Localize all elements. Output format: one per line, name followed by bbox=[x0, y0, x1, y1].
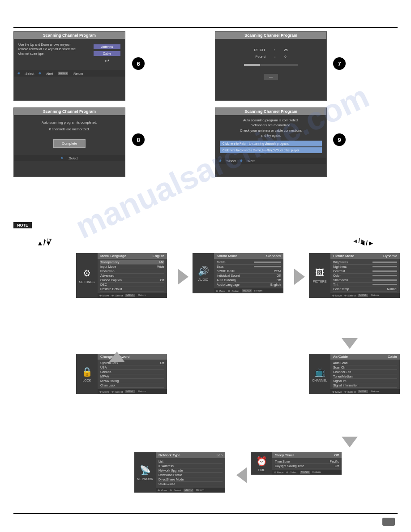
rf-ch-value: 25 bbox=[284, 48, 288, 52]
network-row-list[interactable]: List bbox=[158, 459, 223, 464]
channel-icon: 📺 bbox=[314, 366, 325, 377]
audio-body: Treble Bass SPDIF ModePCM Individual Sou… bbox=[214, 259, 283, 288]
channel-row-siginfo[interactable]: Signal Information bbox=[333, 383, 397, 388]
arrow-settings-to-audio bbox=[178, 269, 188, 285]
network-content: Network Type Lan List IP Address Network… bbox=[156, 452, 225, 493]
picture-row-tint[interactable]: Tint bbox=[333, 283, 397, 287]
time-row-timezone[interactable]: Time ZonePacific bbox=[275, 459, 339, 464]
network-row-dlprofile[interactable]: Download Profile bbox=[158, 473, 223, 477]
time-menu-box: ⏰ TIME Sleep Timer Off Time ZonePacific … bbox=[251, 452, 342, 475]
channel-row-autoscan[interactable]: Auto Scan bbox=[333, 361, 397, 365]
antenna-button[interactable]: Antenna bbox=[94, 44, 120, 49]
lock-row-usa[interactable]: USA bbox=[100, 365, 164, 370]
channel-label: CHANNEL bbox=[312, 379, 327, 382]
time-icon-area: ⏰ TIME bbox=[251, 452, 272, 475]
time-header: Sleep Timer Off bbox=[272, 452, 342, 458]
lock-row-canada[interactable]: Canada bbox=[100, 370, 164, 374]
lock-icon: 🔒 bbox=[81, 366, 93, 377]
arrow-lock-up bbox=[109, 352, 125, 362]
settings-row-dec[interactable]: DEC bbox=[100, 283, 164, 287]
picture-footer: ⊕ Move⊗ :SelectMENUReturn bbox=[330, 293, 400, 298]
network-icon: 📡 bbox=[140, 465, 151, 476]
picture-row-brightness[interactable]: Brightness bbox=[333, 260, 397, 265]
lock-row-chanlock[interactable]: Chan Lock bbox=[100, 383, 164, 388]
found-value: 0 bbox=[284, 55, 286, 59]
audio-header: Sound Mode Standard bbox=[214, 253, 283, 259]
settings-row-closedcaption[interactable]: Closed CaptionOff bbox=[100, 278, 164, 283]
network-menu-box: 📡 NETWORK Network Type Lan List IP Addre… bbox=[134, 452, 225, 493]
connect-device-link[interactable]: Click here to connect a Game,Blu-Ray,DVD… bbox=[220, 147, 322, 153]
scan-screen-4-body: Auto scanning program is completed. 0 ch… bbox=[215, 115, 326, 158]
channel-row-signalinf[interactable]: Signal Inf. bbox=[333, 379, 397, 383]
settings-icon-area: ⚙ SETTINGS bbox=[76, 253, 98, 298]
lock-footer: ⊕ Move⊗ :SelectMENUReturn bbox=[98, 389, 167, 394]
lock-row-mpaa[interactable]: MPAA bbox=[100, 374, 164, 379]
channel-body: Auto Scan Scan Ch Channel Edit Tuner/Med… bbox=[330, 360, 400, 389]
s4-line4: and try again. bbox=[220, 133, 322, 138]
time-content: Sleep Timer Off Time ZonePacific Dayligh… bbox=[272, 452, 342, 475]
network-row-directshare[interactable]: DirectShare Mode bbox=[158, 477, 223, 482]
channel-row-chanedit[interactable]: Channel Edit bbox=[333, 370, 397, 374]
arrow-audio-to-picture bbox=[294, 269, 305, 285]
settings-footer: ⊕ Move⊗ :SelectMENUReturn bbox=[98, 293, 167, 298]
scan-screen-4-footer: ⊗ :Select ⊕ :Next bbox=[215, 158, 326, 164]
scan-stop-button[interactable]: — bbox=[264, 74, 278, 80]
picture-header: Picture Mode Dynamic bbox=[330, 253, 400, 259]
complete-button[interactable]: Complete bbox=[53, 139, 86, 148]
audio-row-spdif[interactable]: SPDIF ModePCM bbox=[217, 269, 281, 274]
settings-row-advanced[interactable]: Advanced bbox=[100, 274, 164, 278]
step-7-circle: 7 bbox=[333, 57, 346, 70]
lock-row-mpaarating[interactable]: MPAA Rating bbox=[100, 379, 164, 383]
lock-icon-area: 🔒 LOCK bbox=[76, 354, 98, 394]
picture-body: Brightness Nightheat Contrast Color Shar… bbox=[330, 259, 400, 293]
top-rule bbox=[13, 27, 398, 28]
settings-body: TransparencyMid Input ModeWide Reduction… bbox=[98, 259, 167, 293]
scan-progress-fill bbox=[244, 64, 260, 66]
settings-menu-box: ⚙ SETTINGS Menu Language English Transpa… bbox=[76, 253, 167, 298]
settings-row-transparency[interactable]: TransparencyMid bbox=[100, 260, 164, 265]
channel-row-tunermedium[interactable]: Tuner/Medium bbox=[333, 374, 397, 379]
step-8-circle: 8 bbox=[132, 133, 145, 146]
time-label: TIME bbox=[258, 468, 265, 472]
channel-header: Air/Cable Cable bbox=[330, 354, 400, 360]
scan-screen-4-title: Scanning Channel Program bbox=[215, 108, 326, 115]
audio-row-autodubbing[interactable]: Auto DubbingOff bbox=[217, 278, 281, 283]
time-footer: ⊕ Move⊗ :SelectMENUReturn bbox=[272, 470, 342, 475]
audio-row-bass[interactable]: Bass bbox=[217, 265, 281, 269]
scan-screen-2-title: Scanning Channel Program bbox=[215, 32, 326, 39]
lock-header: Change Password bbox=[98, 354, 167, 360]
network-body: List IP Address Network Upgrade Download… bbox=[156, 458, 225, 488]
settings-row-restore[interactable]: Restore Default bbox=[100, 287, 164, 292]
channel-row-scanch[interactable]: Scan Ch bbox=[333, 365, 397, 370]
audio-row-treble[interactable]: Treble bbox=[217, 260, 281, 265]
picture-row-contrast[interactable]: Contrast bbox=[333, 269, 397, 274]
settings-content: Menu Language English TransparencyMid In… bbox=[98, 253, 167, 298]
picture-row-color[interactable]: Color bbox=[333, 274, 397, 278]
picture-icon: 🖼 bbox=[315, 268, 324, 278]
network-row-upgrade[interactable]: Network Upgrade bbox=[158, 468, 223, 473]
channel-menu-box: 📺 CHANNEL Air/Cable Cable Auto Scan Scan… bbox=[309, 354, 400, 394]
network-row-ipaddress[interactable]: IP Address bbox=[158, 464, 223, 468]
channel-icon-area: 📺 CHANNEL bbox=[309, 354, 330, 394]
picture-row-colortemp[interactable]: Color TempNormal bbox=[333, 287, 397, 292]
picture-row-nightheat[interactable]: Nightheat bbox=[333, 265, 397, 269]
settings-header: Menu Language English bbox=[98, 253, 167, 259]
scan-screen-3-body: Auto scanning program is completed. 0 ch… bbox=[14, 115, 125, 155]
time-row-dst[interactable]: Daylight Saving TimeOff bbox=[275, 464, 339, 468]
bottom-rule bbox=[13, 513, 398, 514]
audio-row-individual[interactable]: Individual SoundOff bbox=[217, 274, 281, 278]
scan-progress-bar bbox=[244, 64, 298, 66]
scan-screen-1-text: Use the Up and Down arrows on your remot… bbox=[18, 43, 81, 56]
cable-button[interactable]: Cable bbox=[94, 51, 120, 56]
settings-row-reduction[interactable]: Reduction bbox=[100, 269, 164, 274]
picture-row-sharpness[interactable]: Sharpness bbox=[333, 278, 397, 283]
s4-line1: Auto scanning program is completed. bbox=[220, 118, 322, 123]
audio-row-language[interactable]: Audio LanguageEnglish bbox=[217, 283, 281, 287]
settings-row-inputmode[interactable]: Input ModeWide bbox=[100, 265, 164, 269]
return-scan-link[interactable]: Click here to Return to scanning channel… bbox=[220, 141, 322, 146]
scan-screen-2: Scanning Channel Program RF CH : 25 Foun… bbox=[215, 31, 327, 101]
note-bar: NOTE bbox=[13, 222, 32, 228]
audio-menu-box: 🔊 AUDIO Sound Mode Standard Treble Bass … bbox=[193, 253, 283, 293]
rf-ch-label: RF CH bbox=[254, 48, 265, 52]
network-row-usb[interactable]: USB10/100 bbox=[158, 482, 223, 486]
